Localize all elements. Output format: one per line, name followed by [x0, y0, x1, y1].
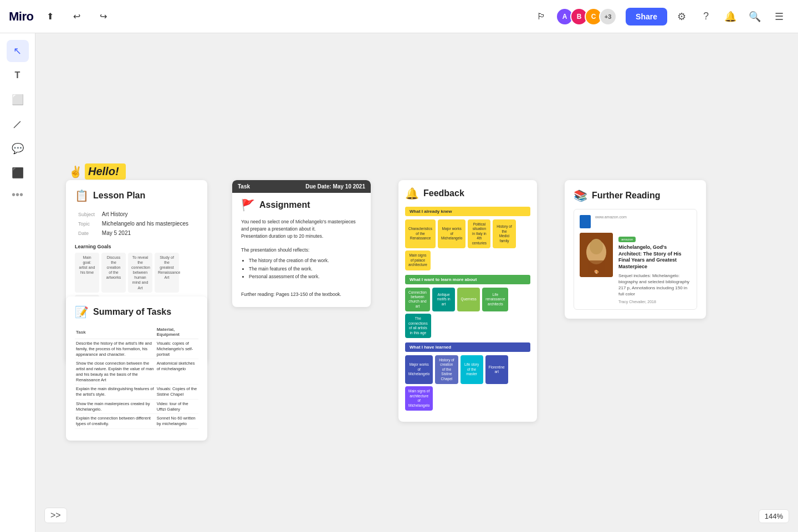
- subject-value: Art History: [100, 210, 197, 218]
- fb-chip-1-4: History of the Medici family: [493, 219, 515, 248]
- assignment-icon: 🚩: [241, 198, 255, 212]
- fb-section-1: What I already knew Characteristics of t…: [405, 207, 530, 270]
- fb-chip-1-3: Political situation in Italy in 4th cent…: [468, 219, 490, 248]
- hello-emoji: ✌️: [69, 165, 83, 178]
- col-task: Task: [75, 325, 156, 339]
- book-detail: 🎨 amazon Michelangelo, God's Architect: …: [580, 233, 691, 304]
- comment-tool[interactable]: 💬: [7, 137, 29, 160]
- miro-logo: Miro: [9, 9, 33, 24]
- lesson-plan-icon: 📋: [75, 189, 89, 202]
- toolbar: Miro ⬆ ↩ ↪ 🏳 A B C +3 Share ⚙ ? 🔔 🔍 ☰: [0, 0, 798, 33]
- assign-footer: Further reading: Pages 123-150 of the te…: [241, 291, 362, 298]
- fb-chip-3-1: Major works of Michelangelo: [405, 355, 433, 384]
- material-1: Visuals: copies of Michelangelo's self-p…: [156, 339, 198, 359]
- goal-chip-2: Discuss the creation of the artworks: [101, 253, 126, 293]
- fb-chip-2-3: Querness: [457, 288, 480, 312]
- svg-point-2: [590, 239, 603, 254]
- fb-chip-3-3: Life story of the master: [461, 355, 483, 384]
- customize-icon[interactable]: ⚙: [672, 7, 692, 27]
- book-info: amazon Michelangelo, God's Architect: Th…: [618, 233, 691, 304]
- book-meta-text: www.amazon.com: [595, 215, 627, 219]
- material-3: Visuals: Copies of the Sistine Chapel: [156, 385, 198, 400]
- book-thumbnail: 🎨: [580, 233, 613, 277]
- book-card: www.amazon.com 🎨 amazon: [574, 209, 697, 310]
- assignment-card: Task Due Date: May 10 2021 🚩 Assignment …: [232, 180, 371, 307]
- lesson-meta-table: Subject Art History Topic Michelangelo a…: [75, 209, 198, 238]
- book-badge: amazon: [618, 237, 636, 242]
- left-sidebar: ↖ T ⬜ | 💬 ⬛ •••: [0, 33, 35, 532]
- fb-chip-1-1: Characteristics of the Renaissance: [405, 219, 436, 248]
- hello-sticker: ✌️ Hello!: [69, 163, 126, 180]
- upload-button[interactable]: ⬆: [40, 7, 60, 27]
- fb-chip-3-5: Main signs of architecture of Michelange…: [405, 386, 433, 411]
- fb-section-2: What I want to learn more about Connecti…: [405, 275, 530, 339]
- book-meta-top: www.amazon.com: [580, 215, 691, 228]
- cursor-button[interactable]: 🏳: [531, 7, 551, 27]
- task-2: Show the close connection between the ar…: [75, 359, 156, 385]
- checklist-intro: The presentation should reflects:: [241, 247, 362, 254]
- task-row-1: Describe the history of the artist's lif…: [75, 339, 198, 359]
- fb-section2-chips: Connection between church and art Antiqu…: [405, 288, 530, 339]
- avatar-extra: +3: [599, 8, 617, 25]
- col-material: Material, Equipment: [156, 325, 198, 339]
- toolbar-right: 🏳 A B C +3 Share ⚙ ? 🔔 🔍 ☰: [531, 7, 789, 27]
- notifications-icon[interactable]: 🔔: [720, 7, 740, 27]
- toolbar-left: Miro ⬆ ↩ ↪: [9, 7, 113, 27]
- cursor-tool[interactable]: ↖: [7, 40, 29, 62]
- task-1: Describe the history of the artist's lif…: [75, 339, 156, 359]
- due-label: Due Date: May 10 2021: [305, 183, 365, 190]
- subject-label: Subject: [76, 210, 99, 218]
- text-tool[interactable]: T: [7, 64, 29, 86]
- assign-list: The history of the creation of the work.…: [249, 257, 362, 280]
- fb-chip-2-5: The connections of all artists in this a…: [405, 314, 431, 338]
- material-2: Anatomical sketches of michelangelo: [156, 359, 198, 385]
- lesson-plan-title: 📋 Lesson Plan: [75, 189, 198, 202]
- feedback-title: 🔔 Feedback: [405, 187, 530, 200]
- fb-section3-title: What I have learned: [405, 342, 530, 352]
- fb-chip-1-2: Major works of Michelangelo: [438, 219, 466, 248]
- zoom-indicator: 144%: [759, 509, 789, 523]
- book-thumb-small: [580, 215, 591, 228]
- fb-section1-title: What I already knew: [405, 207, 530, 216]
- fb-chip-2-2: Antique motifs in art: [432, 288, 455, 312]
- date-label: Date: [76, 229, 99, 237]
- topic-value: Michelangelo and his masterpieces: [100, 219, 197, 228]
- book-subtitle: Sequel includes: Michelangelo: biography…: [618, 273, 691, 298]
- fb-chip-2-1: Connection between church and art: [405, 288, 430, 312]
- book-author: Tracy Chevalier, 2018: [618, 300, 691, 304]
- help-icon[interactable]: ?: [696, 7, 716, 27]
- canvas: ✌️ Hello! 📋 Lesson Plan Subject Art Hist…: [35, 33, 798, 532]
- fb-chip-2-4: Life renaissance architects: [482, 288, 508, 312]
- assignment-header: Task Due Date: May 10 2021: [232, 180, 371, 193]
- sticky-tool[interactable]: ⬜: [7, 89, 29, 111]
- bottom-arrows-button[interactable]: >>: [44, 508, 67, 523]
- summary-icon: 📝: [75, 305, 89, 319]
- goals-label: Learning Goals: [75, 244, 198, 249]
- assignment-title: 🚩 Assignment: [241, 198, 362, 212]
- line-tool[interactable]: |: [2, 109, 33, 140]
- share-button[interactable]: Share: [626, 8, 667, 25]
- tasks-table: Task Material, Equipment Describe the hi…: [75, 325, 198, 429]
- further-reading-card: 📚 Further Reading www.amazon.com: [565, 180, 706, 319]
- task-4: Show the main masterpieces created by Mi…: [75, 399, 156, 414]
- task-row-2: Show the close connection between the ar…: [75, 359, 198, 385]
- assign-item-3: Personal assessment of the work.: [249, 273, 362, 280]
- avatar-group: A B C +3: [556, 8, 617, 25]
- summary-title: 📝 Summary of Tasks: [75, 305, 198, 319]
- assign-item-1: The history of the creation of the work.: [249, 257, 362, 264]
- svg-text:🎨: 🎨: [594, 269, 599, 274]
- further-reading-title: 📚 Further Reading: [574, 189, 697, 202]
- task-row-5: Explain the connection between different…: [75, 414, 198, 429]
- frame-tool[interactable]: ⬛: [7, 162, 29, 184]
- topic-label: Topic: [76, 219, 99, 228]
- redo-button[interactable]: ↪: [93, 7, 113, 27]
- book-title: Michelangelo, God's Architect: The Story…: [618, 244, 691, 270]
- undo-button[interactable]: ↩: [66, 7, 86, 27]
- fb-chip-1-5: Main signs of palace architecture: [405, 250, 431, 270]
- reading-icon: 📚: [574, 189, 587, 202]
- search-icon[interactable]: 🔍: [745, 7, 765, 27]
- fb-section-3: What I have learned Major works of Miche…: [405, 342, 530, 411]
- task-5: Explain the connection between different…: [75, 414, 156, 429]
- menu-icon[interactable]: ☰: [769, 7, 789, 27]
- more-tools[interactable]: •••: [12, 188, 23, 201]
